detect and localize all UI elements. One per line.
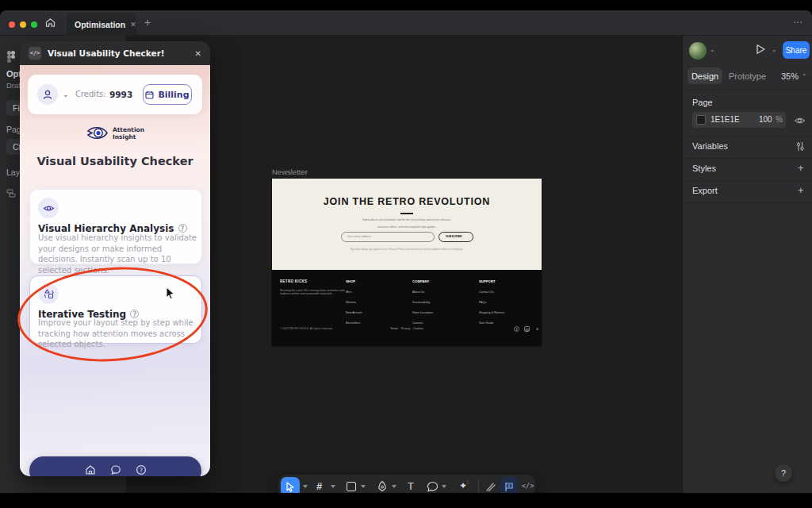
iterative-testing-card[interactable]: Iterative Testing ? Improve your layout …: [29, 275, 202, 344]
layers-icon[interactable]: [6, 187, 17, 201]
zoom-chevron-icon[interactable]: ⌄: [802, 70, 807, 77]
dev-mode-button[interactable]: </>: [522, 482, 534, 490]
text-tool-button[interactable]: T: [408, 480, 414, 492]
present-chevron-icon[interactable]: ⌄: [772, 46, 777, 53]
tab-close-icon[interactable]: ✕: [130, 21, 136, 29]
shape-tool-button[interactable]: [347, 482, 356, 491]
attention-insight-logo: Attention Insight: [20, 125, 210, 140]
move-cursor-icon: [285, 482, 295, 492]
help-icon[interactable]: ?: [178, 224, 187, 233]
footer-legal-links[interactable]: Terms Privacy Cookies: [272, 327, 542, 330]
nav-home-icon[interactable]: [85, 464, 96, 477]
move-tool-button[interactable]: [281, 477, 300, 493]
window-overflow-menu[interactable]: ⋯: [793, 17, 803, 28]
pen-tool-chevron-icon[interactable]: [392, 485, 396, 488]
footer-link[interactable]: Sustainability: [412, 298, 433, 306]
page-opacity[interactable]: 100: [759, 115, 772, 124]
footer-link[interactable]: Shipping & Returns: [479, 309, 504, 316]
shape-tool-chevron-icon[interactable]: [361, 485, 366, 488]
footer-link[interactable]: New Arrivals: [346, 309, 362, 316]
footer-link[interactable]: Bestsellers: [346, 319, 362, 326]
share-button[interactable]: Share: [783, 41, 810, 59]
calendar-icon: [145, 90, 154, 99]
frame-label[interactable]: Newsletter: [272, 167, 308, 176]
footer-link[interactable]: Size Guide: [479, 319, 504, 326]
variables-adjust-icon[interactable]: [795, 140, 805, 155]
frame-tool-button[interactable]: #: [316, 480, 322, 492]
screen: Optimisation ✕ + ⋯ Optimisation Drafts F…: [0, 0, 812, 508]
tab-title: Optimisation: [75, 20, 125, 29]
draw-mode-icon[interactable]: [485, 481, 496, 493]
subscribe-button[interactable]: SUBSCRIBE: [439, 232, 473, 242]
plugin-title: Visual Usability Checker!: [48, 48, 189, 58]
social-twitter-icon[interactable]: x: [534, 326, 540, 332]
newsletter-subtitle-line1: Subscribe to our newsletter and be the f…: [272, 218, 542, 221]
actions-tool-button[interactable]: ✦∶: [459, 479, 469, 491]
zoom-level[interactable]: 35%: [781, 71, 799, 81]
email-input[interactable]: Your email address: [341, 232, 435, 242]
home-icon[interactable]: [44, 17, 56, 32]
footer-col-title: SHOP: [346, 279, 355, 283]
footer-link[interactable]: FAQs: [479, 298, 504, 306]
social-facebook-icon[interactable]: f: [514, 326, 519, 332]
plugin-header[interactable]: </> Visual Usability Checker! ✕: [20, 41, 210, 65]
person-icon: [42, 89, 53, 100]
credits-value: 9993: [109, 90, 132, 99]
footer-link[interactable]: Careers: [412, 319, 433, 326]
avatar[interactable]: [689, 42, 707, 60]
plugin-mode-button[interactable]: [500, 477, 518, 493]
tab-optimisation[interactable]: Optimisation ✕: [67, 13, 136, 36]
help-button[interactable]: ?: [775, 464, 792, 482]
nav-help-icon[interactable]: ?: [136, 464, 147, 477]
logo-text-line2: Insight: [113, 133, 144, 140]
eye-icon: [43, 204, 55, 213]
plugin-window: </> Visual Usability Checker! ✕ ⌄ Credit…: [20, 41, 210, 476]
section-export[interactable]: Export: [692, 186, 718, 195]
avatar-chevron-icon[interactable]: ⌄: [710, 46, 715, 53]
minimize-window-button[interactable]: [20, 21, 26, 28]
newsletter-section: JOIN THE RETRO REVOLUTION Subscribe to o…: [272, 179, 542, 270]
present-icon[interactable]: [754, 43, 767, 59]
billing-button[interactable]: Billing: [143, 84, 192, 105]
plugin-close-icon[interactable]: ✕: [195, 49, 201, 58]
footer-link[interactable]: Women: [346, 298, 362, 306]
plugin-icon: </>: [29, 47, 41, 60]
canvas[interactable]: Newsletter JOIN THE RETRO REVOLUTION Sub…: [127, 36, 682, 493]
zoom-window-button[interactable]: [31, 21, 37, 28]
add-export-button[interactable]: +: [798, 184, 804, 196]
credits-card: ⌄ Credits: 9993 Billing: [28, 75, 202, 114]
section-variables[interactable]: Variables: [692, 141, 728, 151]
section-styles[interactable]: Styles: [692, 164, 716, 173]
pen-tool-button[interactable]: [377, 480, 388, 493]
move-tool-chevron-icon[interactable]: [303, 485, 308, 488]
add-style-button[interactable]: +: [798, 162, 804, 174]
newsletter-frame[interactable]: JOIN THE RETRO REVOLUTION Subscribe to o…: [272, 179, 542, 346]
toolbar-divider: [478, 479, 479, 493]
tab-prototype[interactable]: Prototype: [729, 71, 766, 81]
page-color-field[interactable]: 1E1E1E 100 %: [692, 112, 786, 128]
social-instagram-icon[interactable]: ◎: [524, 326, 530, 332]
comment-tool-chevron-icon[interactable]: [442, 485, 446, 488]
visibility-eye-icon[interactable]: [794, 114, 806, 129]
page-color-hex[interactable]: 1E1E1E: [710, 115, 740, 124]
credits-label: Credits:: [75, 90, 106, 98]
color-swatch[interactable]: [696, 115, 706, 125]
account-chevron-icon[interactable]: ⌄: [63, 90, 69, 98]
comment-tool-button[interactable]: [427, 481, 439, 493]
account-button[interactable]: [37, 84, 58, 105]
mouse-cursor: [166, 287, 175, 303]
footer-link[interactable]: Store Locations: [412, 309, 433, 316]
frame-tool-chevron-icon[interactable]: [331, 485, 335, 488]
footer-link[interactable]: Contact Us: [479, 288, 504, 295]
footer-col-title: COMPANY: [412, 279, 429, 283]
nav-chat-icon[interactable]: [110, 464, 121, 477]
tab-design[interactable]: Design: [688, 67, 722, 84]
footer-link[interactable]: About Us: [412, 288, 433, 295]
visual-hierarchy-card[interactable]: Visual Hierarchy Analysis ? Use visual h…: [29, 189, 202, 264]
newsletter-legal: By subscribing, you agree to our Privacy…: [272, 248, 542, 251]
footer-link[interactable]: Men: [346, 288, 362, 295]
close-window-button[interactable]: [9, 21, 15, 28]
figma-logo-icon[interactable]: [6, 50, 16, 67]
plugin-bottom-nav: ?: [29, 456, 201, 476]
new-tab-button[interactable]: +: [144, 16, 151, 29]
